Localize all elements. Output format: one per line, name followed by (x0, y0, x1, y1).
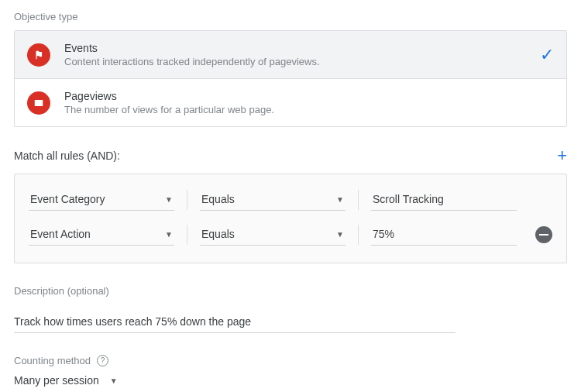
counting-section: Counting method ? Many per session ▼ (14, 355, 567, 387)
separator (187, 225, 187, 245)
separator (187, 190, 187, 210)
chevron-down-icon: ▼ (336, 230, 344, 239)
value-input[interactable]: Scroll Tracking (371, 188, 517, 211)
minus-icon (539, 234, 548, 236)
svg-rect-0 (539, 234, 548, 236)
operator-value: Equals (201, 228, 235, 240)
counting-label-row: Counting method ? (14, 355, 567, 366)
help-icon[interactable]: ? (97, 355, 108, 366)
flag-icon (27, 43, 50, 67)
objective-title: Pageviews (64, 90, 554, 102)
remove-rule-button[interactable] (535, 226, 552, 243)
operator-select[interactable]: Equals ▼ (200, 223, 346, 246)
value-input[interactable]: 75% (371, 223, 517, 246)
separator (358, 190, 359, 210)
check-icon: ✓ (540, 45, 554, 65)
objective-type-label: Objective type (14, 11, 567, 22)
separator (358, 225, 359, 245)
objective-text: Pageviews The number of views for a part… (64, 90, 554, 115)
counting-value: Many per session (14, 374, 99, 387)
objective-title: Events (64, 42, 534, 54)
counting-method-select[interactable]: Many per session ▼ (14, 374, 118, 387)
rules-header: Match all rules (AND): + (14, 147, 567, 164)
objective-option-events[interactable]: Events Content interactions tracked inde… (15, 31, 566, 78)
objective-option-pageviews[interactable]: Pageviews The number of views for a part… (15, 78, 566, 126)
objective-text: Events Content interactions tracked inde… (64, 42, 534, 67)
dimension-select[interactable]: Event Action ▼ (29, 223, 174, 246)
chevron-down-icon: ▼ (165, 195, 173, 204)
counting-label: Counting method (14, 355, 91, 366)
objective-subtitle: Content interactions tracked independent… (64, 56, 534, 67)
rules-title: Match all rules (AND): (14, 150, 120, 162)
add-rule-button[interactable]: + (557, 147, 567, 164)
description-input[interactable] (14, 311, 456, 333)
page-icon (27, 91, 50, 115)
objective-subtitle: The number of views for a particular web… (64, 104, 554, 115)
dimension-value: Event Action (30, 228, 91, 240)
dimension-value: Event Category (30, 193, 105, 205)
chevron-down-icon: ▼ (165, 230, 173, 239)
rule-row: Event Category ▼ Equals ▼ Scroll Trackin… (21, 182, 560, 217)
objective-options: Events Content interactions tracked inde… (14, 30, 567, 127)
operator-select[interactable]: Equals ▼ (200, 188, 346, 211)
operator-value: Equals (201, 193, 235, 205)
description-label: Description (optional) (14, 285, 567, 297)
chevron-down-icon: ▼ (110, 377, 118, 385)
rules-box: Event Category ▼ Equals ▼ Scroll Trackin… (14, 174, 567, 263)
value-text: Scroll Tracking (373, 193, 444, 205)
dimension-select[interactable]: Event Category ▼ (29, 188, 174, 211)
chevron-down-icon: ▼ (336, 195, 344, 204)
value-text: 75% (373, 228, 394, 240)
description-section: Description (optional) (14, 285, 567, 333)
rule-row: Event Action ▼ Equals ▼ 75% (21, 217, 560, 252)
